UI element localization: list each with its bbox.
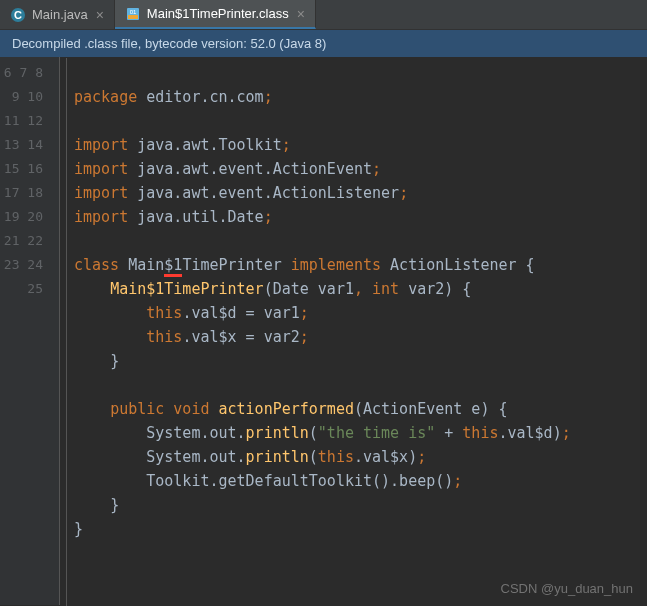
operator: +: [435, 424, 462, 442]
package-name: editor.cn.com: [137, 88, 263, 106]
params: (Date var1: [264, 280, 354, 298]
comma: ,: [354, 280, 372, 298]
tab-main-java[interactable]: C Main.java ×: [0, 0, 115, 29]
statement: .val$d = var1: [182, 304, 299, 322]
method-call: getDefaultToolkit: [219, 472, 373, 490]
semicolon: ;: [399, 184, 408, 202]
method-call: println: [246, 424, 309, 442]
code-editor: 6 7 8 9 10 11 12 13 14 15 16 17 18 19 20…: [0, 57, 647, 605]
toolkit: Toolkit.: [146, 472, 218, 490]
semicolon: ;: [453, 472, 462, 490]
interface: ActionListener {: [381, 256, 535, 274]
params: var2) {: [399, 280, 471, 298]
tab-timeprinter-class[interactable]: 01 Main$1TimePrinter.class ×: [115, 0, 316, 29]
field-access: .val$x): [354, 448, 417, 466]
keyword: this: [462, 424, 498, 442]
sysout: System.out.: [146, 424, 245, 442]
keyword: this: [146, 328, 182, 346]
close-icon[interactable]: ×: [297, 6, 305, 22]
method-call: ().beep(): [372, 472, 453, 490]
keyword: import: [74, 160, 128, 178]
string-literal: "the time is": [318, 424, 435, 442]
decompile-banner: Decompiled .class file, bytecode version…: [0, 30, 647, 57]
keyword: void: [173, 400, 209, 418]
keyword: import: [74, 184, 128, 202]
semicolon: ;: [300, 328, 309, 346]
editor-tabs: C Main.java × 01 Main$1TimePrinter.class…: [0, 0, 647, 30]
svg-text:01: 01: [129, 9, 136, 15]
field-access: .val$d): [498, 424, 561, 442]
class-name: TimePrinter: [182, 256, 290, 274]
semicolon: ;: [372, 160, 381, 178]
keyword: class: [74, 256, 119, 274]
statement: .val$x = var2: [182, 328, 299, 346]
keyword: package: [74, 88, 137, 106]
import: java.awt.Toolkit: [128, 136, 282, 154]
gutter-separator: [66, 58, 67, 606]
semicolon: ;: [562, 424, 571, 442]
tab-label: Main$1TimePrinter.class: [147, 6, 289, 21]
method-call: println: [246, 448, 309, 466]
sysout: System.out.: [146, 448, 245, 466]
code-area[interactable]: package editor.cn.com; import java.awt.T…: [60, 57, 571, 605]
keyword: import: [74, 136, 128, 154]
import: java.awt.event.ActionEvent: [128, 160, 372, 178]
keyword: this: [146, 304, 182, 322]
brace: }: [110, 496, 119, 514]
tab-label: Main.java: [32, 7, 88, 22]
semicolon: ;: [300, 304, 309, 322]
semicolon: ;: [264, 88, 273, 106]
svg-text:C: C: [14, 9, 22, 21]
method-name: actionPerformed: [219, 400, 354, 418]
params: (ActionEvent e) {: [354, 400, 508, 418]
import: java.awt.event.ActionListener: [128, 184, 399, 202]
class-name: Main: [119, 256, 164, 274]
class-icon: C: [10, 7, 26, 23]
semicolon: ;: [282, 136, 291, 154]
brace: }: [74, 520, 83, 538]
import: java.util.Date: [128, 208, 263, 226]
keyword: implements: [291, 256, 381, 274]
keyword: import: [74, 208, 128, 226]
watermark: CSDN @yu_duan_hun: [501, 581, 633, 596]
constructor-name: Main$1TimePrinter: [110, 280, 264, 298]
brace: }: [110, 352, 119, 370]
semicolon: ;: [417, 448, 426, 466]
close-icon[interactable]: ×: [96, 7, 104, 23]
keyword: public: [110, 400, 164, 418]
line-gutter: 6 7 8 9 10 11 12 13 14 15 16 17 18 19 20…: [0, 57, 60, 605]
class-name-underlined: $1: [164, 256, 182, 277]
keyword: int: [372, 280, 399, 298]
semicolon: ;: [264, 208, 273, 226]
keyword: this: [318, 448, 354, 466]
svg-rect-3: [128, 15, 138, 19]
bytecode-icon: 01: [125, 6, 141, 22]
